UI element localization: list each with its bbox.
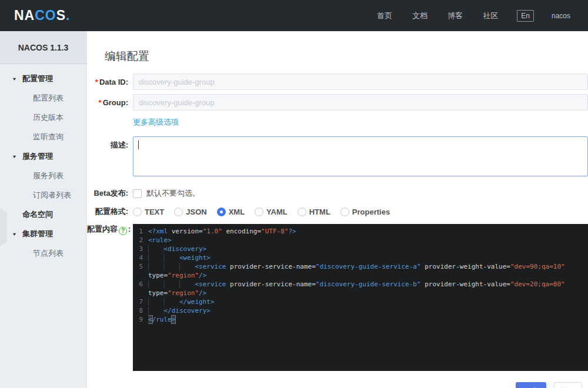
line-number: 3 (133, 245, 148, 253)
sidebar-item-config-list[interactable]: 配置列表 (0, 88, 86, 108)
code-line: 3 <discovery> (133, 245, 588, 253)
sidebar-item-subscriber-list[interactable]: 订阅者列表 (0, 185, 86, 205)
nav-blog[interactable]: 博客 (447, 11, 463, 21)
content-row: 配置内容?: 1<?xml version="1.0" encoding="UT… (87, 224, 588, 371)
publish-button[interactable]: 发布 (516, 382, 546, 388)
code-editor[interactable]: 1<?xml version="1.0" encoding="UTF-8"?>2… (133, 224, 588, 371)
line-number: 9 (133, 315, 148, 324)
line-number (133, 271, 148, 280)
format-label: 配置格式: (87, 206, 128, 217)
sidebar-item-config-management[interactable]: ▼ 配置管理 (0, 69, 86, 88)
caret-down-icon: ▼ (12, 153, 17, 159)
radio-html[interactable]: HTML (298, 208, 330, 216)
code-line: 2<rule> (133, 236, 588, 245)
main-content: 编辑配置 *Data ID: *Group: 更多高级选项 描述: Beta发布… (87, 31, 588, 388)
line-number: 8 (133, 306, 148, 315)
code-text: <service provider-service-name="discover… (148, 280, 588, 289)
sidebar-item-listening-query[interactable]: 监听查询 (0, 127, 86, 146)
advanced-options-row: 更多高级选项 (87, 115, 588, 132)
username-label[interactable]: nacos (552, 12, 570, 20)
line-number: 4 (133, 253, 148, 262)
group-input[interactable] (133, 94, 588, 111)
nacos-logo[interactable]: NACOS. (14, 8, 70, 24)
code-line: type="region"/> (133, 271, 588, 280)
sidebar-item-node-list[interactable]: 节点列表 (0, 243, 86, 263)
code-text: <rule> (148, 236, 588, 245)
radio-circle (133, 208, 142, 216)
nav-docs[interactable]: 文档 (412, 11, 427, 21)
sidebar-item-cluster-management[interactable]: ▼ 集群管理 (0, 224, 86, 243)
line-number: 1 (133, 227, 148, 236)
sidebar-item-service-management[interactable]: ▼ 服务管理 (0, 146, 86, 166)
caret-down-icon: ▼ (12, 231, 17, 236)
description-textarea[interactable] (133, 136, 588, 176)
sidebar-item-service-list[interactable]: 服务列表 (0, 166, 86, 185)
code-line: type="region"/> (133, 289, 588, 297)
line-number (133, 289, 148, 297)
radio-yaml[interactable]: YAML (255, 208, 288, 216)
radio-circle (255, 208, 263, 216)
more-advanced-options-link[interactable]: 更多高级选项 (133, 117, 179, 128)
line-number: 5 (133, 262, 148, 271)
radio-circle (298, 208, 306, 216)
page-title: 编辑配置 (87, 31, 588, 73)
group-label: *Group: (87, 98, 128, 107)
line-number: 7 (133, 297, 148, 306)
code-line: 9</rule> (133, 315, 588, 324)
logo-text-s: S (56, 8, 66, 23)
sidebar: NACOS 1.1.3 ▼ 配置管理 配置列表 历史版本 监听查询 ▼ 服务管理… (0, 31, 87, 388)
logo-text-na: NA (14, 8, 35, 23)
logo-text-co: CO (35, 8, 56, 23)
line-number: 2 (133, 236, 148, 245)
language-toggle-button[interactable]: En (517, 10, 534, 22)
beta-checkbox[interactable] (133, 189, 142, 198)
code-text: <?xml version="1.0" encoding="UTF-8"?> (148, 227, 588, 236)
code-line: 5 <service provider-service-name="discov… (133, 262, 588, 271)
description-row: 描述: (87, 136, 588, 180)
code-text: <discovery> (148, 245, 588, 253)
code-line: 6 <service provider-service-name="discov… (133, 280, 588, 289)
radio-properties[interactable]: Properties (340, 208, 390, 216)
logo-text-dot: . (66, 8, 70, 23)
beta-row: Beta发布: 默认不要勾选。 (87, 188, 588, 199)
description-label: 描述: (87, 136, 128, 150)
required-mark: * (95, 78, 98, 86)
data-id-input[interactable] (133, 73, 588, 90)
code-line: 1<?xml version="1.0" encoding="UTF-8"?> (133, 227, 588, 236)
data-id-row: *Data ID: (87, 73, 588, 90)
code-text: </rule> (148, 315, 588, 324)
code-text: </discovery> (148, 306, 588, 315)
beta-label: Beta发布: (87, 188, 128, 199)
top-navbar: NACOS. 首页 文档 博客 社区 En nacos (0, 0, 588, 31)
line-number: 6 (133, 280, 148, 289)
code-text: <weight> (148, 253, 588, 262)
required-mark: * (99, 98, 102, 107)
help-question-icon[interactable]: ? (119, 227, 127, 235)
text-cursor (138, 141, 139, 149)
radio-text[interactable]: TEXT (133, 208, 164, 216)
nav-home[interactable]: 首页 (377, 11, 392, 21)
code-line: 7 </weight> (133, 297, 588, 306)
radio-json[interactable]: JSON (174, 208, 206, 216)
radio-circle-selected (217, 208, 226, 216)
radio-circle (340, 208, 349, 216)
nav-community[interactable]: 社区 (483, 11, 498, 21)
radio-xml[interactable]: XML (217, 208, 245, 216)
caret-down-icon: ▼ (12, 76, 17, 81)
sidebar-item-history-versions[interactable]: 历史版本 (0, 108, 86, 127)
code-line: 8 </discovery> (133, 306, 588, 315)
sidebar-collapse-handle[interactable] (0, 208, 7, 246)
code-text: <service provider-service-name="discover… (148, 262, 588, 271)
format-row: 配置格式: TEXT JSON XML YAML HTML (87, 206, 588, 217)
code-text: type="region"/> (148, 289, 588, 297)
radio-circle (174, 208, 183, 216)
sidebar-item-namespace[interactable]: 命名空间 (0, 205, 86, 224)
data-id-label: *Data ID: (87, 78, 128, 86)
code-text: </weight> (148, 297, 588, 306)
code-line: 4 <weight> (133, 253, 588, 262)
sidebar-menu: ▼ 配置管理 配置列表 历史版本 监听查询 ▼ 服务管理 服务列表 订阅者列表 (0, 64, 86, 263)
code-text: type="region"/> (148, 271, 588, 280)
content-label: 配置内容?: (87, 224, 128, 235)
back-button[interactable]: 返回 (554, 382, 582, 388)
sidebar-version-label: NACOS 1.1.3 (0, 31, 86, 64)
